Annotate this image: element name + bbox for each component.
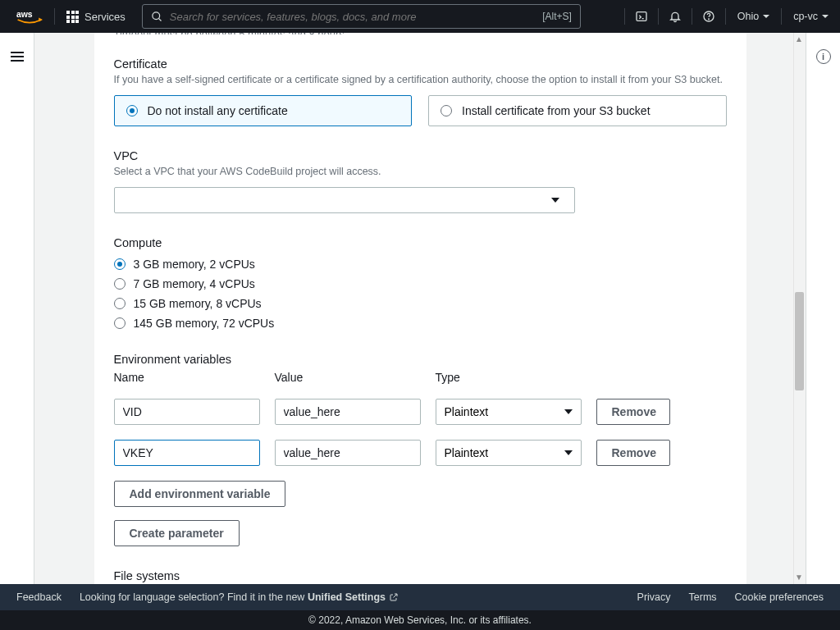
form-panel: Timeout must be between 5 minutes and 8 …	[94, 33, 746, 584]
language-hint: Looking for language selection? Find it …	[80, 591, 399, 603]
caret-down-icon	[564, 450, 573, 455]
svg-point-1	[153, 11, 160, 19]
env-remove-0[interactable]: Remove	[596, 399, 670, 425]
create-parameter-button[interactable]: Create parameter	[114, 520, 240, 546]
region-label: Ohio	[737, 11, 759, 22]
global-search[interactable]: [Alt+S]	[142, 4, 581, 29]
services-grid-icon	[66, 11, 78, 22]
help-panel-toggle: i	[806, 33, 840, 584]
svg-text:aws: aws	[16, 10, 33, 19]
search-icon	[151, 11, 163, 23]
caret-down-icon	[564, 409, 573, 414]
env-col-value: Value	[275, 371, 421, 384]
top-navbar: aws Services [Alt+S] Ohio cp-vc	[0, 0, 840, 33]
aws-logo[interactable]: aws	[0, 8, 54, 25]
feedback-link[interactable]: Feedback	[16, 591, 62, 603]
help-icon[interactable]	[692, 0, 725, 33]
compute-title: Compute	[114, 236, 727, 249]
search-shortcut: [Alt+S]	[542, 11, 572, 22]
account-menu[interactable]: cp-vc	[782, 0, 840, 33]
services-button[interactable]: Services	[55, 0, 137, 33]
svg-rect-3	[637, 12, 646, 21]
notifications-icon[interactable]	[659, 0, 692, 33]
cert-option-s3-label: Install certificate from your S3 bucket	[462, 104, 651, 117]
compute-option-label: 15 GB memory, 8 vCPUs	[134, 297, 262, 310]
compute-option-label: 3 GB memory, 2 vCPUs	[134, 258, 255, 271]
caret-down-icon	[551, 198, 559, 203]
env-col-name: Name	[114, 371, 260, 384]
scrollbar-thumb[interactable]	[795, 292, 804, 390]
vpc-title: VPC	[114, 149, 727, 162]
compute-option-label: 7 GB memory, 4 vCPUs	[134, 277, 255, 290]
services-label: Services	[84, 11, 126, 23]
certificate-title: Certificate	[114, 57, 727, 71]
privacy-link[interactable]: Privacy	[637, 591, 671, 603]
env-type-0-value: Plaintext	[445, 405, 489, 418]
radio-icon	[126, 105, 138, 116]
radio-icon	[441, 105, 452, 116]
radio-icon	[114, 278, 126, 290]
compute-option-1[interactable]: 7 GB memory, 4 vCPUs	[114, 277, 727, 290]
svg-line-2	[158, 18, 161, 21]
sub-footer: Feedback Looking for language selection?…	[0, 584, 840, 610]
env-col-type: Type	[436, 371, 582, 384]
env-name-1[interactable]	[114, 440, 260, 466]
external-link-icon	[389, 592, 399, 602]
env-value-0[interactable]	[275, 399, 421, 425]
compute-option-label: 145 GB memory, 72 vCPUs	[134, 317, 275, 330]
account-label: cp-vc	[793, 11, 818, 22]
scrollbar-track[interactable]: ▲ ▼	[793, 33, 806, 584]
caret-down-icon	[822, 15, 829, 18]
scroll-down-icon[interactable]: ▼	[795, 573, 803, 582]
cookie-preferences-link[interactable]: Cookie preferences	[735, 591, 824, 603]
compute-option-2[interactable]: 15 GB memory, 8 vCPUs	[114, 297, 727, 310]
radio-icon	[114, 258, 126, 270]
footer: © 2022, Amazon Web Services, Inc. or its…	[0, 610, 840, 630]
vpc-select[interactable]	[114, 187, 575, 213]
env-remove-1[interactable]: Remove	[596, 440, 670, 466]
info-icon[interactable]: i	[816, 49, 831, 64]
compute-option-3[interactable]: 145 GB memory, 72 vCPUs	[114, 317, 727, 330]
add-env-var-button[interactable]: Add environment variable	[114, 481, 286, 507]
unified-settings-link[interactable]: Unified Settings	[308, 591, 399, 603]
env-type-1[interactable]: Plaintext	[436, 440, 582, 466]
caret-down-icon	[763, 15, 769, 18]
compute-option-0[interactable]: 3 GB memory, 2 vCPUs	[114, 258, 727, 271]
cloudshell-icon[interactable]	[625, 0, 658, 33]
vpc-desc: Select a VPC that your AWS CodeBuild pro…	[114, 164, 727, 179]
radio-icon	[114, 317, 126, 329]
env-type-0[interactable]: Plaintext	[436, 399, 582, 425]
menu-toggle-icon[interactable]	[11, 49, 24, 64]
radio-icon	[114, 298, 126, 309]
truncated-text: Timeout must be between 5 minutes and 8 …	[114, 33, 727, 34]
cert-option-none-label: Do not install any certificate	[148, 104, 288, 117]
content-area: Timeout must be between 5 minutes and 8 …	[34, 33, 806, 584]
env-type-1-value: Plaintext	[445, 446, 489, 459]
certificate-desc: If you have a self-signed certificate or…	[114, 72, 727, 87]
side-menu	[0, 33, 34, 584]
certificate-options: Do not install any certificate Install c…	[114, 95, 727, 126]
svg-point-6	[708, 19, 709, 20]
search-input[interactable]	[170, 11, 536, 23]
cert-option-s3[interactable]: Install certificate from your S3 bucket	[428, 95, 727, 126]
env-grid: Name Value Type Plaintext Remove Plainte…	[114, 371, 727, 466]
copyright-text: © 2022, Amazon Web Services, Inc. or its…	[308, 614, 532, 626]
compute-options: 3 GB memory, 2 vCPUs 7 GB memory, 4 vCPU…	[114, 258, 727, 330]
terms-link[interactable]: Terms	[689, 591, 717, 603]
env-value-1[interactable]	[275, 440, 421, 466]
scroll-up-icon[interactable]: ▲	[795, 34, 803, 44]
fs-title: File systems	[114, 569, 727, 582]
cert-option-none[interactable]: Do not install any certificate	[114, 95, 413, 126]
env-name-0[interactable]	[114, 399, 260, 425]
env-title: Environment variables	[114, 353, 727, 366]
region-selector[interactable]: Ohio	[726, 0, 781, 33]
